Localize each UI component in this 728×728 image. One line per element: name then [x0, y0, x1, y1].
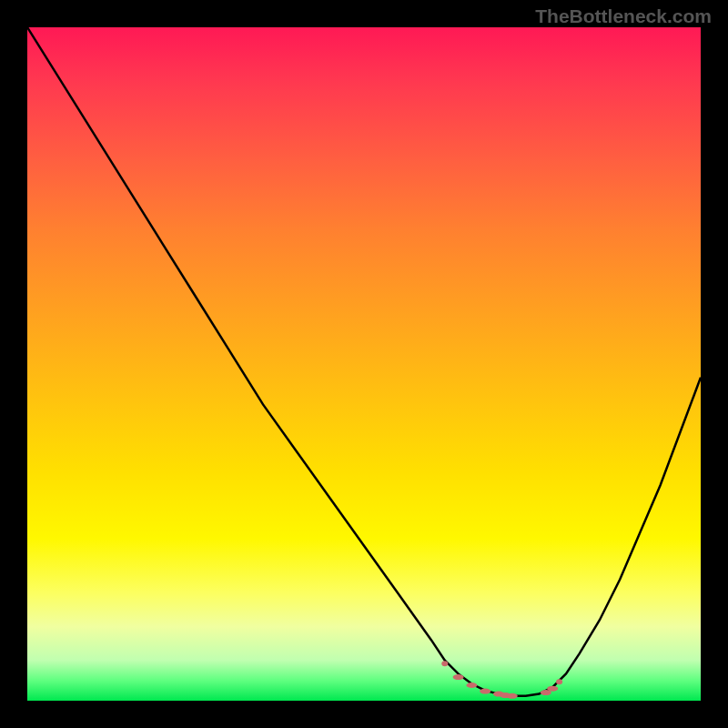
chart-plot-area — [27, 27, 701, 701]
sweet-spot-marker — [441, 661, 448, 666]
sweet-spot-marker — [507, 693, 518, 699]
bottleneck-curve-line — [27, 27, 701, 696]
sweet-spot-marker — [466, 682, 477, 688]
sweet-spot-markers-group — [441, 661, 562, 699]
chart-svg — [27, 27, 701, 701]
watermark-text: TheBottleneck.com — [535, 5, 712, 27]
sweet-spot-marker — [480, 689, 490, 694]
sweet-spot-marker — [556, 679, 562, 684]
sweet-spot-marker — [453, 674, 464, 680]
sweet-spot-marker — [547, 686, 558, 692]
